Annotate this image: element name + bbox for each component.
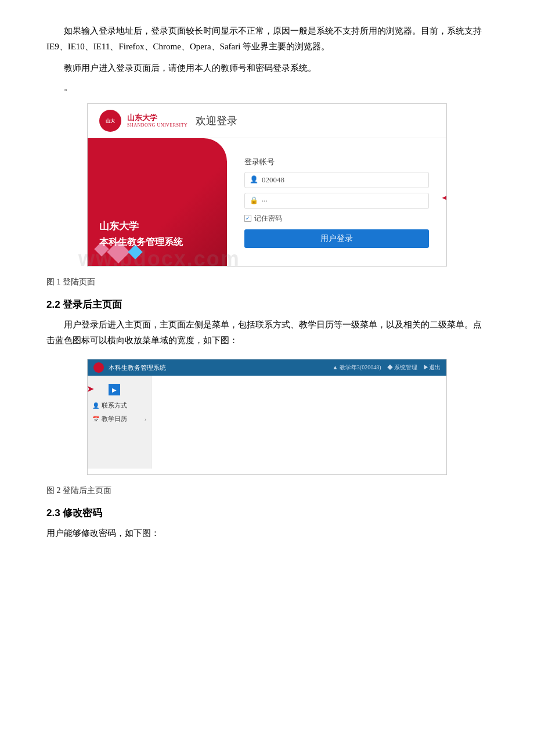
remember-row: ✓ 记住密码	[244, 214, 429, 224]
section-2-2-para: 用户登录后进入主页面，主页面左侧是菜单，包括联系方式、教学日历等一级菜单，以及相…	[46, 317, 488, 348]
login-left-panel: 山东大学 本科生教务管理系统	[88, 138, 227, 266]
lock-icon: 🔒	[250, 196, 258, 205]
login-header: 山大 山东大学 SHANDONG UNIVERSITY 欢迎登录	[88, 104, 446, 138]
topbar-exit[interactable]: ▶退出	[423, 363, 441, 372]
calendar-label: 教学日历	[102, 415, 127, 423]
username-value: 020048	[262, 175, 284, 185]
section-2-3-para: 用户能够修改密码，如下图：	[46, 525, 488, 541]
university-name: 山东大学 SHANDONG UNIVERSITY	[127, 113, 187, 128]
login-button[interactable]: 用户登录	[244, 229, 429, 248]
topbar-user: ▲ 教学年3(020048)	[332, 363, 381, 372]
topbar-manage: ◆ 系统管理	[387, 363, 418, 372]
password-input[interactable]: 🔒 ···	[244, 193, 429, 209]
login-screenshot: 山大 山东大学 SHANDONG UNIVERSITY 欢迎登录 山东大学 本科…	[87, 103, 447, 267]
user-icon: 👤	[250, 175, 258, 184]
main-topbar: 本科生教务管理系统 ▲ 教学年3(020048) ◆ 系统管理 ▶退出	[88, 359, 446, 376]
calendar-icon: 📅	[92, 416, 99, 422]
topbar-right: ▲ 教学年3(020048) ◆ 系统管理 ▶退出	[332, 363, 441, 372]
section-2-3-heading: 2.3 修改密码	[46, 506, 488, 520]
login-logo: 山大 山东大学 SHANDONG UNIVERSITY	[99, 110, 187, 132]
sidebar-collapse-button[interactable]: ▶	[109, 384, 120, 395]
sidebar-item-contacts[interactable]: 👤 联系方式	[88, 399, 151, 412]
contacts-label: 联系方式	[102, 401, 127, 410]
section-2-2-heading: 2.2 登录后主页面	[46, 298, 488, 311]
login-body: 山东大学 本科生教务管理系统 登录帐号 👤 020048 🔒 ··· ✓ 记住密…	[88, 138, 446, 266]
main-content-area: ➤ ▶ 👤 联系方式 📅 教学日历 ›	[88, 376, 446, 469]
topbar-title: 本科生教务管理系统	[109, 363, 166, 372]
university-cn-name: 山东大学	[127, 113, 187, 123]
sidebar-collapse-row: ➤ ▶	[88, 380, 151, 399]
paragraph-1: 如果输入登录地址后，登录页面较长时间显示不正常，原因一般是系统不支持所用的浏览器…	[46, 23, 488, 55]
fig2-caption: 图 2 登陆后主页面	[46, 485, 488, 496]
main-sidebar: ➤ ▶ 👤 联系方式 📅 教学日历 ›	[88, 376, 151, 469]
topbar-left: 本科生教务管理系统	[93, 362, 166, 373]
annotation-arrow-icon: ➤	[87, 383, 94, 394]
login-right-panel: 登录帐号 👤 020048 🔒 ··· ✓ 记住密码 用户登录 ➤	[227, 138, 446, 266]
contacts-icon: 👤	[92, 402, 99, 409]
username-input[interactable]: 👤 020048	[244, 172, 429, 188]
sidebar-item-calendar[interactable]: 📅 教学日历 ›	[88, 412, 151, 426]
paragraph-2: 教师用户进入登录页面后，请使用本人的教师号和密码登录系统。	[46, 60, 488, 76]
welcome-text: 欢迎登录	[196, 114, 237, 128]
university-en-name: SHANDONG UNIVERSITY	[127, 123, 187, 128]
form-label: 登录帐号	[244, 157, 429, 167]
main-workspace	[151, 376, 446, 469]
chevron-right-icon: ›	[145, 416, 146, 422]
password-value: ···	[262, 196, 268, 206]
system-title: 山东大学	[99, 219, 215, 233]
university-logo-icon: 山大	[99, 110, 121, 132]
paragraph-2-end: 。	[64, 82, 488, 93]
remember-checkbox[interactable]: ✓	[244, 215, 251, 222]
fig1-caption: 图 1 登陆页面	[46, 277, 488, 287]
topbar-logo-icon	[93, 362, 104, 373]
arrow-annotation-icon: ➤	[442, 190, 447, 206]
main-screenshot: 本科生教务管理系统 ▲ 教学年3(020048) ◆ 系统管理 ▶退出 ➤ ▶ …	[87, 359, 447, 475]
remember-label: 记住密码	[254, 214, 282, 224]
system-subtitle: 本科生教务管理系统	[99, 236, 215, 249]
